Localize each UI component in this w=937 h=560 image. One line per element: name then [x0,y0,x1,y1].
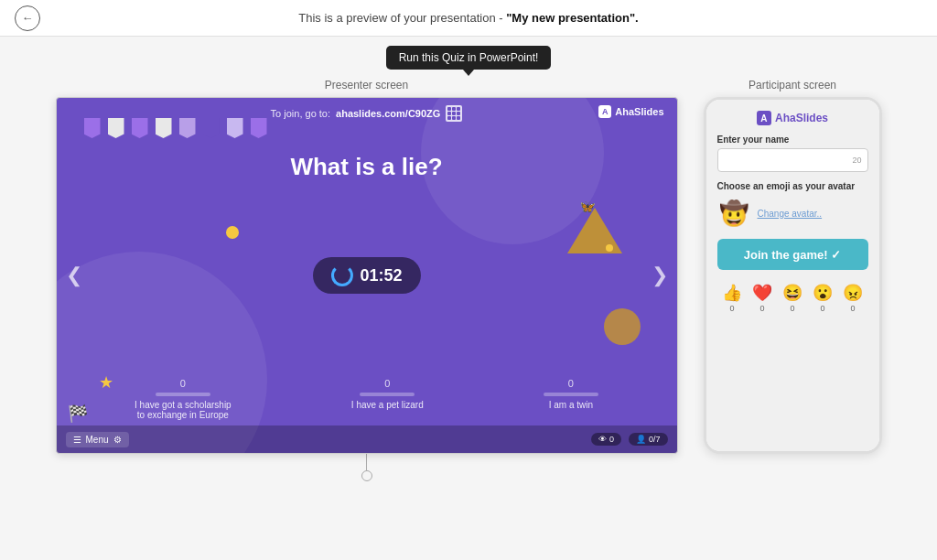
preview-label: This is a preview of your presentation - [298,11,506,25]
presenter-wrap: Presenter screen [56,79,678,481]
gold-triangle-decoration [567,208,622,253]
preview-text: This is a preview of your presentation -… [298,11,638,25]
answer-col-1: 0 I have got a scholarshipto exchange in… [135,378,232,420]
wow-emoji: 😮 [813,283,833,303]
reaction-thumbsup[interactable]: 👍 0 [722,283,742,313]
participant-wrap: Participant screen A AhaSlides Enter you… [704,79,882,454]
reaction-wow[interactable]: 😮 0 [813,283,833,313]
heart-count: 0 [759,304,764,313]
top-bar: ← This is a preview of your presentation… [0,0,937,37]
participant-phone: A AhaSlides Enter your name 20 Choose an [704,97,882,454]
reaction-heart[interactable]: ❤️ 0 [752,283,772,313]
viewers-badge: 👁 0 [591,433,621,446]
settings-icon: ⚙ [113,435,122,445]
join-text: To join, go to: [271,108,330,119]
answer-label-1: I have got a scholarshipto exchange in E… [135,400,232,420]
gold-circle-decoration [604,308,641,345]
projector-stand [366,454,367,470]
phone-avatar-row: 🤠 Change avatar.. [717,197,868,230]
join-url: ahaslides.com/C90ZG [336,108,440,119]
answer-count-2: 0 [384,378,390,389]
timer-display: 01:52 [360,266,402,285]
reactions-row: 👍 0 ❤️ 0 😆 0 😮 0 [717,279,868,315]
phone-header: A AhaSlides [717,111,868,125]
answer-count-1: 0 [180,378,186,389]
dot-decoration [606,244,613,252]
slide-prev-arrow[interactable]: ❮ [66,264,82,287]
phone-name-section: Enter your name 20 [717,135,868,172]
qr-icon [446,105,462,122]
slide-question: What is a lie? [57,153,677,181]
thumbsup-emoji: 👍 [722,283,742,303]
angry-emoji: 😠 [843,283,863,303]
heart-emoji: ❤️ [752,283,772,303]
presentation-name: "My new presentation". [506,11,639,25]
answer-col-3: 0 I am a twin [544,378,598,420]
menu-button[interactable]: ☰ Menu ⚙ [66,432,129,447]
aha-logo-slide: AhaSlides [598,105,663,118]
participant-screen-label: Participant screen [749,79,836,92]
dot-decoration [226,226,239,239]
participants-count: 0/7 [649,435,661,444]
aha-phone-icon: A [757,111,771,125]
projector-circle [361,470,372,481]
aha-logo-phone: A AhaSlides [757,111,828,125]
slide-stats: 👁 0 👤 0/7 [591,433,668,446]
phone-inner: A AhaSlides Enter your name 20 Choose an [706,100,879,451]
answers-area: 0 I have got a scholarshipto exchange in… [57,378,677,420]
participants-badge: 👤 0/7 [629,433,668,446]
menu-label: Menu [86,435,109,445]
screens-row: Presenter screen [18,79,919,481]
presenter-screen-label: Presenter screen [325,79,408,92]
back-icon: ← [22,11,34,25]
aha-logo-icon [598,105,611,118]
emoji-label: Choose an emoji as your avatar [717,181,868,191]
char-count: 20 [852,156,861,165]
laugh-emoji: 😆 [782,283,802,303]
answer-bar-wrap-3 [544,393,598,396]
join-game-button[interactable]: Join the game! ✓ [717,239,868,270]
back-button[interactable]: ← [15,5,40,31]
timer-spinner [330,264,352,286]
aha-phone-logo-text: AhaSlides [775,112,828,124]
main-area: Run this Quiz in PowerPoint! Presenter s… [0,37,937,481]
thumbsup-count: 0 [729,304,734,313]
answer-col-2: 0 I have a pet lizard [351,378,424,420]
wow-count: 0 [820,304,824,313]
aha-logo-text: AhaSlides [615,106,663,117]
avatar-emoji[interactable]: 🤠 [717,197,750,230]
ppt-tooltip-button[interactable]: Run this Quiz in PowerPoint! [386,46,552,70]
join-bar: To join, go to: ahaslides.com/C90ZG [57,105,677,122]
menu-icon: ☰ [73,435,81,445]
phone-emoji-section: Choose an emoji as your avatar 🤠 Change … [717,181,868,230]
name-input[interactable]: 20 [717,148,868,172]
slide-next-arrow[interactable]: ❯ [652,264,668,287]
ppt-tooltip-label: Run this Quiz in PowerPoint! [399,51,539,64]
answer-label-3: I am a twin [549,400,593,410]
change-avatar-link[interactable]: Change avatar.. [758,209,823,219]
answer-bar-wrap-2 [360,393,415,396]
answer-label-2: I have a pet lizard [351,400,424,410]
presenter-slide: ★ 🦋 To join, go to: ahaslides.com/C90ZG [56,97,678,454]
ppt-tooltip-wrap: Run this Quiz in PowerPoint! [18,46,919,70]
slide-bottom-bar: ☰ Menu ⚙ 👁 0 👤 0/7 [57,425,677,453]
bunting-decoration [57,118,677,155]
flag-decoration: 🏁 [68,404,88,424]
person-icon: 👤 [636,435,646,444]
reaction-angry[interactable]: 😠 0 [843,283,863,313]
viewers-count: 0 [609,435,614,444]
slide-timer: 01:52 [312,257,420,294]
name-label: Enter your name [717,135,868,145]
eye-icon: 👁 [598,435,607,444]
reaction-laugh[interactable]: 😆 0 [782,283,802,313]
answer-count-3: 0 [568,378,574,389]
answer-bar-wrap-1 [156,393,210,396]
laugh-count: 0 [790,304,794,313]
angry-count: 0 [850,304,855,313]
